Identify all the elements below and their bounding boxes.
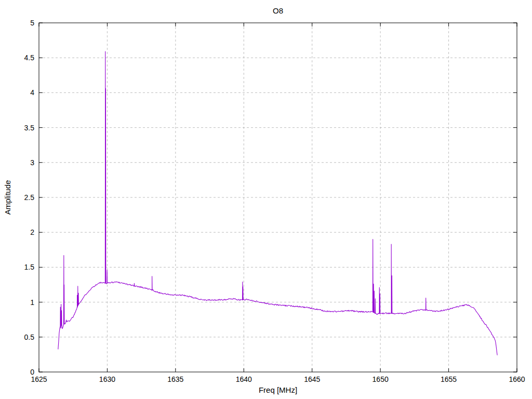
x-tick-label: 1625: [31, 375, 47, 383]
x-tick-label: 1660: [509, 375, 525, 383]
x-tick-label: 1650: [373, 375, 389, 383]
y-tick-label: 3: [30, 158, 34, 167]
y-tick-label: 3.5: [24, 124, 35, 132]
y-tick-label: 4: [30, 88, 34, 97]
y-tick-label: 0: [30, 368, 34, 376]
y-tick-label: 5: [30, 19, 34, 27]
y-tick-label: 0.5: [24, 333, 35, 341]
x-tick-label: 1655: [441, 375, 457, 383]
series-line-o8: [58, 51, 497, 355]
x-tick-label: 1630: [99, 375, 115, 383]
spectrum-chart: 1625163016351640164516501655166000.511.5…: [0, 0, 532, 399]
x-tick-label: 1635: [167, 375, 183, 383]
y-tick-label: 4.5: [24, 54, 35, 62]
y-axis-label: Amplitude: [3, 180, 12, 215]
grid-layer: [39, 23, 517, 372]
x-tick-label: 1645: [304, 375, 320, 383]
y-tick-label: 1: [30, 298, 34, 307]
y-tick-label: 2: [30, 228, 34, 236]
y-tick-label: 1.5: [24, 263, 35, 271]
gnuplot-window: 1625163016351640164516501655166000.511.5…: [0, 0, 532, 399]
tick-label-layer: 1625163016351640164516501655166000.511.5…: [24, 19, 525, 383]
x-axis-label: Freq [MHz]: [259, 385, 297, 394]
x-tick-label: 1640: [236, 375, 252, 383]
y-tick-label: 2.5: [24, 193, 35, 202]
chart-title: O8: [273, 6, 283, 15]
